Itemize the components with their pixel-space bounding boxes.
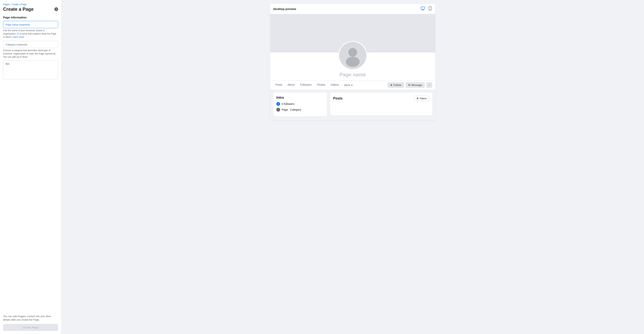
page-nav-links: Posts About Followers Photos Videos More… xyxy=(273,81,355,89)
breadcrumb: Pages › Create a Page xyxy=(3,3,58,6)
posts-card: Posts ⚙ Filters xyxy=(330,93,432,116)
filters-icon: ⚙ xyxy=(416,97,419,100)
category-info-icon: i xyxy=(276,108,280,112)
intro-category-row: i Page · Category xyxy=(276,108,324,112)
nav-followers[interactable]: Followers xyxy=(298,81,314,89)
avatar xyxy=(338,41,367,70)
intro-title: Intro xyxy=(276,96,324,100)
left-panel: Pages › Create a Page Create a Page i Pa… xyxy=(0,0,62,334)
page-preview-content: Page name Posts About Followers Photos V… xyxy=(270,14,435,120)
info-icon[interactable]: i xyxy=(54,7,58,11)
nav-more[interactable]: More ▾ xyxy=(342,81,355,89)
message-button[interactable]: ✉ Message xyxy=(406,82,425,88)
mobile-preview-button[interactable] xyxy=(428,6,432,12)
chevron-down-icon: ▾ xyxy=(351,84,352,87)
desktop-preview-button[interactable] xyxy=(420,6,426,12)
bio-input[interactable] xyxy=(3,60,58,79)
page-nav-actions: ⊕ Follow ✉ Message ··· xyxy=(388,82,432,88)
intro-card: Intro ✓ 0 followers i Page · Category xyxy=(273,93,327,117)
intro-followers-row: ✓ 0 followers xyxy=(276,102,324,106)
learn-more-link[interactable]: Learn more xyxy=(12,36,24,38)
nav-about[interactable]: About xyxy=(285,81,297,89)
preview-card: Desktop preview xyxy=(270,4,435,120)
preview-icons xyxy=(420,6,432,12)
section-title: Page information xyxy=(3,16,58,19)
bottom-note: You can add images, contact info and oth… xyxy=(3,312,58,324)
page-name-display: Page name xyxy=(340,72,366,78)
svg-point-2 xyxy=(430,9,430,10)
message-icon: ✉ xyxy=(408,84,410,86)
breadcrumb-current: Create a Page xyxy=(12,3,26,6)
svg-point-4 xyxy=(348,48,357,57)
create-page-button[interactable]: Create Page xyxy=(3,324,58,331)
nav-photos[interactable]: Photos xyxy=(315,81,328,89)
preview-header: Desktop preview xyxy=(270,4,435,14)
page-nav: Posts About Followers Photos Videos More… xyxy=(270,80,435,90)
follow-button[interactable]: ⊕ Follow xyxy=(388,82,404,88)
svg-rect-0 xyxy=(421,7,425,9)
page-title: Create a Page i xyxy=(3,6,58,12)
right-panel: Desktop preview xyxy=(62,0,644,334)
page-name-input[interactable] xyxy=(3,21,58,28)
profile-section: Page name Posts About Followers Photos V… xyxy=(270,52,435,90)
preview-title: Desktop preview xyxy=(273,7,296,10)
nav-posts[interactable]: Posts xyxy=(273,81,284,89)
breadcrumb-parent[interactable]: Pages xyxy=(3,3,10,6)
breadcrumb-separator: › xyxy=(10,3,11,6)
follow-icon: ⊕ xyxy=(390,84,392,86)
posts-title: Posts xyxy=(333,96,342,100)
page-name-helper: Use the name of your business, brand or … xyxy=(3,29,58,38)
nav-videos[interactable]: Videos xyxy=(328,81,341,89)
more-actions-button[interactable]: ··· xyxy=(426,82,432,88)
category-input[interactable] xyxy=(3,41,58,48)
filters-button[interactable]: ⚙ Filters xyxy=(414,96,429,101)
followers-count: 0 followers xyxy=(282,102,294,105)
followers-check-icon: ✓ xyxy=(276,102,280,106)
page-category: Page · Category xyxy=(282,108,301,111)
category-helper: Choose a category that describes what ty… xyxy=(3,49,58,58)
svg-point-5 xyxy=(346,57,360,67)
page-content-area: Intro ✓ 0 followers i Page · Category Po… xyxy=(270,90,435,117)
posts-header: Posts ⚙ Filters xyxy=(333,96,429,101)
